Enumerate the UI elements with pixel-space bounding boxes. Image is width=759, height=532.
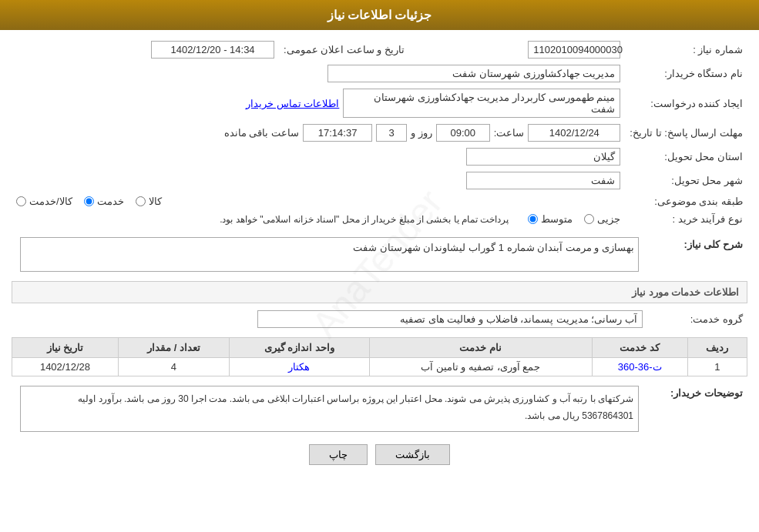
- radio-jozi-label: جزیی: [597, 213, 620, 225]
- col-nam: نام خدمت: [369, 338, 592, 358]
- ijad-konande-label: ایجاد کننده درخواست:: [625, 85, 747, 121]
- buttons-row: بازگشت چاپ: [12, 444, 747, 465]
- shomara-niaz-value: 1102010094000030: [528, 41, 620, 59]
- radio-khadamat[interactable]: خدمت: [84, 196, 124, 207]
- services-table: ردیف کد خدمت نام خدمت واحد اندازه گیری ت…: [12, 337, 747, 376]
- radio-kala-khadamat-label: کالا/خدمت: [29, 196, 72, 207]
- cell-tedad: 4: [118, 358, 229, 376]
- ijad-konande-value: مینم طهمورسی کاربردار مدیریت جهادکشاورزی…: [343, 89, 620, 118]
- sharh-value: بهسازی و مرمت آبندان شماره 1 گوراب لیشاو…: [20, 237, 639, 272]
- process-note: پرداخت تمام یا بخشی از مبلغ خریدار از مح…: [220, 214, 509, 225]
- gorouh-khadamat-label: گروه خدمت:: [647, 307, 747, 331]
- cell-vahed: هکتار: [230, 358, 370, 376]
- shahr-value: شفت: [466, 172, 620, 189]
- cell-tarikh: 1402/12/28: [12, 358, 119, 376]
- back-button[interactable]: بازگشت: [375, 444, 450, 465]
- col-tedad: تعداد / مقدار: [118, 338, 229, 358]
- col-vahed: واحد اندازه گیری: [230, 338, 370, 358]
- tarikh-elan-value: 1402/12/20 - 14:34: [151, 41, 274, 59]
- nam-dastgah-value: مدیریت جهادکشاورزی شهرستان شفت: [327, 65, 620, 82]
- date-value: 1402/12/24: [528, 124, 620, 142]
- saat-label: ساعت:: [494, 127, 525, 139]
- cell-nam: جمع آوری، تصفیه و تامین آب: [369, 358, 592, 376]
- col-radif: ردیف: [687, 338, 747, 358]
- roz-value: 3: [376, 124, 407, 142]
- saat-value: 09:00: [436, 124, 490, 142]
- cell-radif: 1: [687, 358, 747, 376]
- baqi-label: ساعت باقی مانده: [224, 127, 299, 139]
- radio-kala[interactable]: کالا: [136, 196, 162, 207]
- noue-farayand-label: نوع فرآیند خرید :: [625, 210, 747, 228]
- radio-kala-label: کالا: [149, 196, 162, 207]
- gorouh-khadamat-value: آب رسانی؛ مدیریت پسماند، فاضلاب و فعالیت…: [257, 310, 643, 328]
- table-row: 1 ت-36-360 جمع آوری، تصفیه و تامین آب هک…: [12, 358, 747, 376]
- ostan-value: گیلان: [466, 148, 620, 166]
- shahr-label: شهر محل تحویل:: [625, 169, 747, 192]
- nam-dastgah-label: نام دستگاه خریدار:: [625, 62, 747, 85]
- contact-link[interactable]: اطلاعات تماس خریدار: [246, 98, 339, 109]
- shomara-niaz-label: شماره نیاز :: [625, 38, 747, 62]
- tarikh-elan-label: تاریخ و ساعت اعلان عمومی:: [279, 38, 420, 62]
- ostan-label: استان محل تحویل:: [625, 145, 747, 169]
- radio-motavaset[interactable]: متوسط: [528, 213, 573, 225]
- services-section-title: اطلاعات خدمات مورد نیاز: [12, 281, 747, 303]
- tawzihat-label: توضیحات خریدار:: [647, 383, 747, 435]
- radio-jozi[interactable]: جزیی: [584, 213, 620, 225]
- col-kod: کد خدمت: [592, 338, 687, 358]
- radio-kala-khadamat[interactable]: کالا/خدمت: [16, 196, 72, 207]
- page-header: جزئیات اطلاعات نیاز: [0, 0, 759, 30]
- sharh-label: شرح کلی نیاز:: [647, 234, 747, 275]
- tawzihat-value: شرکتهای با رتبه آب و کشاورزی پذیرش می شو…: [20, 386, 639, 432]
- radio-khadamat-label: خدمت: [97, 196, 124, 207]
- mohlat-label: مهلت ارسال پاسخ: تا تاریخ:: [625, 121, 747, 145]
- baqi-value: 17:14:37: [303, 124, 372, 142]
- radio-motavaset-label: متوسط: [541, 213, 573, 225]
- cell-kod: ت-36-360: [592, 358, 687, 376]
- col-tarikh: تاریخ نیاز: [12, 338, 119, 358]
- page-title: جزئیات اطلاعات نیاز: [327, 8, 432, 22]
- print-button[interactable]: چاپ: [309, 444, 368, 465]
- tabaqe-label: طبقه بندی موضوعی:: [625, 192, 747, 210]
- roz-label: روز و: [411, 127, 432, 139]
